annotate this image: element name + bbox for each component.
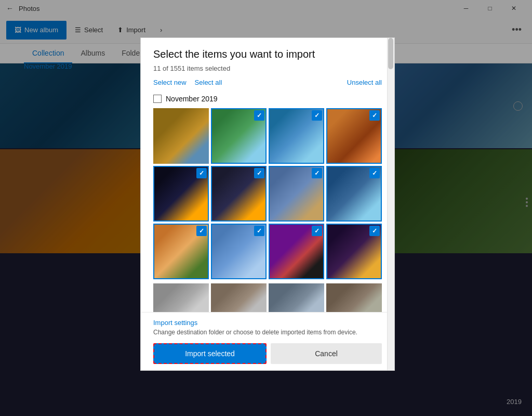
dialog-title: Select the items you want to import xyxy=(153,48,382,60)
checkmark-11: ✓ xyxy=(312,226,322,236)
import-settings-desc: Change destination folder or choose to d… xyxy=(153,329,382,336)
checkmark-7: ✓ xyxy=(312,168,322,178)
photo-item-10[interactable]: ✓ xyxy=(211,224,267,279)
cancel-button[interactable]: Cancel xyxy=(271,343,382,364)
photo-item-12[interactable]: ✓ xyxy=(326,224,382,279)
photo-item-16[interactable] xyxy=(326,283,382,312)
import-selected-button[interactable]: Import selected xyxy=(153,343,267,364)
photo-color-1 xyxy=(153,108,209,164)
photo-item-2[interactable]: ✓ xyxy=(211,108,267,164)
photo-item-13[interactable] xyxy=(153,283,209,312)
photo-color-15 xyxy=(269,283,324,312)
unselect-all-link[interactable]: Unselect all xyxy=(347,79,382,86)
checkmark-10: ✓ xyxy=(254,226,264,236)
import-dialog: Select the items you want to import 11 o… xyxy=(140,37,395,371)
select-all-link[interactable]: Select all xyxy=(195,79,222,86)
checkmark-8: ✓ xyxy=(369,168,380,178)
photo-color-16 xyxy=(326,283,382,312)
photo-item-15[interactable] xyxy=(269,283,324,312)
dialog-subtitle: 11 of 1551 items selected xyxy=(153,64,382,72)
photo-item-5[interactable]: ✓ xyxy=(153,166,209,222)
checkmark-5: ✓ xyxy=(196,168,207,178)
dialog-buttons: Import selected Cancel xyxy=(153,343,382,364)
section-header: November 2019 xyxy=(153,95,382,103)
photo-grid-partial xyxy=(153,283,382,312)
checkmark-6: ✓ xyxy=(254,168,264,178)
dialog-body: Select the items you want to import 11 o… xyxy=(141,38,394,312)
photo-item-6[interactable]: ✓ xyxy=(211,166,267,222)
photo-item-7[interactable]: ✓ xyxy=(269,166,324,222)
dialog-links: Select new Select all Unselect all xyxy=(153,79,382,86)
select-new-link[interactable]: Select new xyxy=(153,79,187,86)
photo-item-8[interactable]: ✓ xyxy=(326,166,382,222)
checkmark-9: ✓ xyxy=(196,226,207,236)
photo-item-14[interactable] xyxy=(211,283,267,312)
photo-item-9[interactable]: ✓ xyxy=(153,224,209,279)
checkmark-12: ✓ xyxy=(369,226,380,236)
section-label: November 2019 xyxy=(166,95,218,103)
checkmark-2: ✓ xyxy=(254,110,264,121)
dialog-footer: Import settings Change destination folde… xyxy=(141,312,394,370)
import-settings-link[interactable]: Import settings xyxy=(153,319,382,327)
checkmark-4: ✓ xyxy=(369,110,380,121)
photo-item-1[interactable] xyxy=(153,108,209,164)
photo-color-13 xyxy=(153,283,209,312)
photo-color-14 xyxy=(211,283,267,312)
section-checkbox[interactable] xyxy=(153,95,162,103)
scrollbar-track[interactable] xyxy=(387,38,394,370)
scrollbar-thumb[interactable] xyxy=(388,38,393,69)
photo-item-11[interactable]: ✓ xyxy=(269,224,324,279)
photo-item-3[interactable]: ✓ xyxy=(269,108,324,164)
photo-item-4[interactable]: ✓ xyxy=(326,108,382,164)
checkmark-3: ✓ xyxy=(312,110,322,121)
photo-grid: ✓ ✓ ✓ ✓ ✓ ✓ xyxy=(153,108,382,279)
